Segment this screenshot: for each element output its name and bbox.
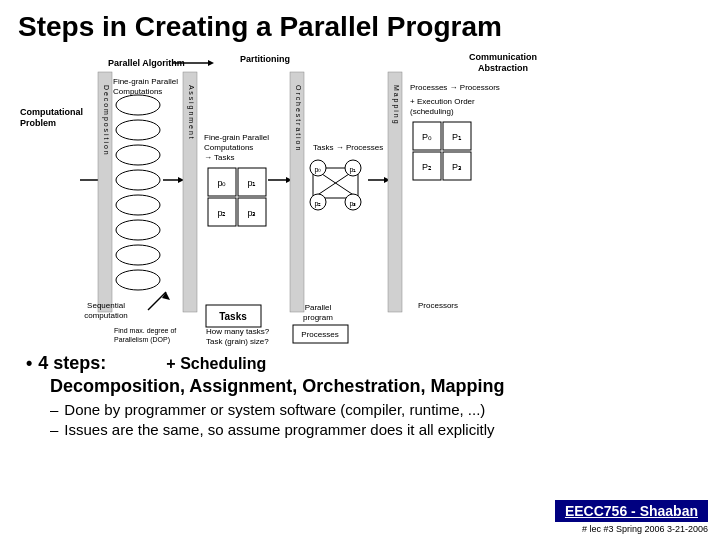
svg-text:Abstraction: Abstraction: [478, 63, 528, 73]
svg-text:p₃: p₃: [350, 200, 357, 208]
svg-text:Processes: Processes: [301, 330, 338, 339]
decomposition-line: Decomposition, Assignment, Orchestration…: [50, 376, 694, 397]
svg-text:Fine-grain Parallel: Fine-grain Parallel: [204, 133, 269, 142]
dash1: –: [50, 401, 58, 418]
svg-text:p₀: p₀: [217, 178, 226, 188]
svg-text:→ Tasks: → Tasks: [204, 153, 235, 162]
svg-point-19: [116, 220, 160, 240]
svg-text:Computational: Computational: [20, 107, 83, 117]
footer-badge: EECC756 - Shaaban: [555, 500, 708, 522]
svg-text:p₁: p₁: [350, 166, 357, 174]
svg-text:Parallel: Parallel: [305, 303, 332, 312]
diagram-svg: Parallel Algorithm Partitioning Communic…: [18, 49, 702, 349]
svg-marker-71: [162, 292, 170, 300]
svg-text:program: program: [303, 313, 333, 322]
svg-text:Computations: Computations: [204, 143, 253, 152]
footer: EECC756 - Shaaban # lec #3 Spring 2006 3…: [555, 500, 708, 534]
svg-point-15: [116, 120, 160, 140]
svg-text:A s s i g n m e n t: A s s i g n m e n t: [187, 85, 195, 139]
slide: Steps in Creating a Parallel Program Par…: [0, 0, 720, 540]
svg-text:Tasks: Tasks: [219, 311, 247, 322]
svg-text:Fine-grain Parallel: Fine-grain Parallel: [113, 77, 178, 86]
svg-point-18: [116, 195, 160, 215]
scheduling-label: + Scheduling: [166, 355, 266, 373]
svg-point-17: [116, 170, 160, 190]
svg-text:Problem: Problem: [20, 118, 56, 128]
svg-text:Find max. degree of: Find max. degree of: [114, 327, 176, 335]
svg-text:Communication: Communication: [469, 52, 537, 62]
svg-text:computation: computation: [84, 311, 128, 320]
sub-bullet-2: Issues are the same, so assume programme…: [64, 421, 494, 438]
slide-title: Steps in Creating a Parallel Program: [18, 12, 702, 43]
svg-point-16: [116, 145, 160, 165]
svg-text:P₂: P₂: [422, 162, 432, 172]
svg-text:p₁: p₁: [247, 178, 256, 188]
svg-line-70: [148, 292, 166, 310]
svg-point-20: [116, 245, 160, 265]
bullet-main: 4 steps:: [38, 353, 106, 374]
svg-text:(scheduling): (scheduling): [410, 107, 454, 116]
svg-text:M a p p i n g: M a p p i n g: [392, 85, 400, 124]
footer-info: # lec #3 Spring 2006 3-21-2006: [582, 524, 708, 534]
svg-text:p₂: p₂: [217, 208, 226, 218]
svg-text:Processors: Processors: [418, 301, 458, 310]
bullet-marker: •: [26, 353, 32, 374]
svg-text:O r c h e s t r a t i o n: O r c h e s t r a t i o n: [295, 85, 302, 150]
svg-text:Processes → Processors: Processes → Processors: [410, 83, 500, 92]
svg-text:+ Execution Order: + Execution Order: [410, 97, 475, 106]
svg-text:Task (grain) size?: Task (grain) size?: [206, 337, 269, 346]
svg-marker-2: [208, 60, 214, 66]
content-area: • 4 steps: + Scheduling Decomposition, A…: [18, 353, 702, 438]
diagram-area: Parallel Algorithm Partitioning Communic…: [18, 49, 702, 349]
svg-text:D e c o m p o s i t i o n: D e c o m p o s i t i o n: [102, 85, 110, 155]
svg-text:How many tasks?: How many tasks?: [206, 327, 270, 336]
svg-text:P₁: P₁: [452, 132, 462, 142]
sub-bullet-1: Done by programmer or system software (c…: [64, 401, 485, 418]
svg-text:p₀: p₀: [315, 166, 322, 174]
svg-text:Parallelism (DOP): Parallelism (DOP): [114, 336, 170, 344]
svg-text:Sequential: Sequential: [87, 301, 125, 310]
svg-text:P₀: P₀: [422, 132, 432, 142]
dash2: –: [50, 421, 58, 438]
svg-text:Tasks → Processes: Tasks → Processes: [313, 143, 383, 152]
svg-text:p₂: p₂: [315, 200, 322, 208]
svg-text:Partitioning: Partitioning: [240, 54, 290, 64]
svg-point-14: [116, 95, 160, 115]
svg-point-21: [116, 270, 160, 290]
svg-text:P₃: P₃: [452, 162, 462, 172]
svg-text:p₃: p₃: [247, 208, 256, 218]
